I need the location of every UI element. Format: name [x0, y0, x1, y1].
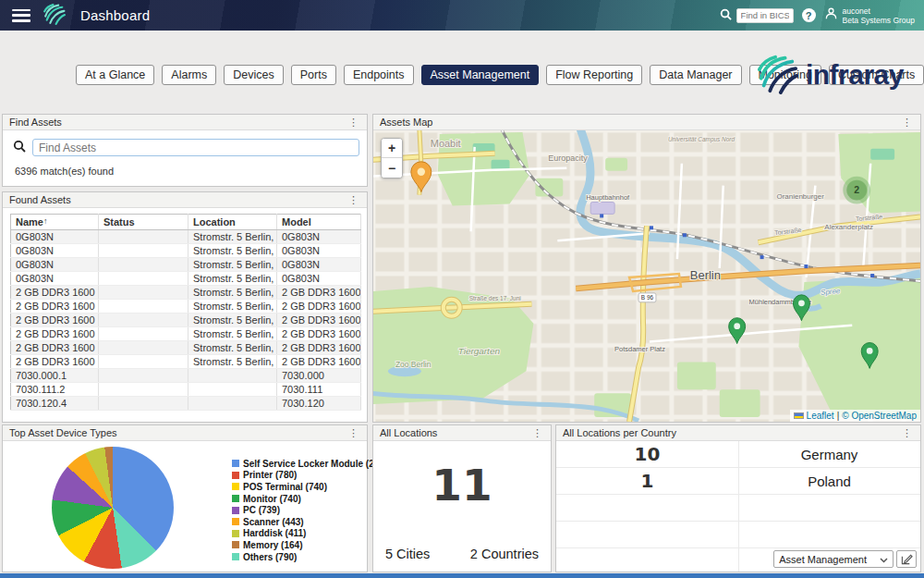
cell-name: 7030.111.2: [11, 383, 99, 397]
tab[interactable]: Alarms: [162, 65, 216, 85]
column-header-status[interactable]: Status: [99, 215, 188, 230]
cell-status: [99, 341, 188, 355]
tab[interactable]: Asset Management: [421, 65, 540, 85]
table-row[interactable]: 2 GB DDR3 1600 MHz... Stromstr. 5 Berlin…: [11, 327, 361, 341]
user-icon: [824, 6, 838, 24]
cell-status: [99, 369, 188, 383]
table-row[interactable]: 0G803N Stromstr. 5 Berlin, 10... 0G803N: [11, 272, 361, 286]
global-search-input[interactable]: [736, 8, 794, 23]
page-title: Dashboard: [80, 7, 150, 23]
column-header-model[interactable]: Model: [277, 215, 361, 230]
find-assets-input[interactable]: [32, 139, 359, 156]
legend-item: PC (739): [232, 504, 393, 516]
column-header-name[interactable]: Name↑: [11, 215, 99, 230]
kebab-menu-icon[interactable]: ⋮: [900, 117, 914, 128]
country-name: Germany: [738, 447, 920, 462]
pie-legend: Self Service Locker Module (2864) Printe…: [232, 458, 393, 562]
map-label-potsdamer-platz: Potsdamer Platz: [614, 345, 665, 353]
column-header-location[interactable]: Location: [188, 215, 277, 230]
table-row[interactable]: 7030.120.4 7030.120: [11, 397, 361, 411]
cell-status: [99, 355, 188, 369]
cell-model: 0G803N: [277, 272, 361, 286]
table-row[interactable]: 2 GB DDR3 1600 MHz... Stromstr. 5 Berlin…: [11, 341, 361, 355]
infraray-brand: infraray: [756, 52, 904, 98]
map-canvas[interactable]: Moabit Europacity Universität Campus Nor…: [373, 130, 920, 422]
account-org: Beta Systems Group: [843, 16, 915, 25]
cluster-marker[interactable]: 2: [843, 177, 870, 204]
top-header: Dashboard ? auconet Beta: [0, 0, 924, 31]
assets-map-panel: Assets Map ⋮: [372, 114, 921, 423]
table-row[interactable]: 2 GB DDR3 1600 MHz... Stromstr. 5 Berlin…: [11, 355, 361, 369]
table-row[interactable]: 7030.000.1 7030.000: [11, 369, 361, 383]
openstreetmap-link[interactable]: © OpenStreetMap: [842, 411, 917, 421]
kebab-menu-icon[interactable]: ⋮: [346, 117, 360, 128]
table-row[interactable]: 0G803N Stromstr. 5 Berlin, 10... 0G803N: [11, 258, 361, 272]
cell-location: Stromstr. 5 Berlin, 10...: [188, 258, 277, 272]
table-header-row: Name↑ Status Location Model: [11, 215, 361, 230]
table-row[interactable]: 2 GB DDR3 1600 MHz... Stromstr. 5 Berlin…: [11, 314, 361, 327]
tab[interactable]: Devices: [224, 65, 283, 85]
account-menu[interactable]: auconet Beta Systems Group: [824, 6, 915, 25]
tab[interactable]: Endpoints: [344, 65, 414, 85]
tab[interactable]: Flow Reporting: [546, 65, 642, 85]
legend-item: POS Terminal (740): [232, 481, 393, 493]
leaflet-link[interactable]: Leaflet: [807, 411, 834, 421]
search-icon[interactable]: [720, 7, 732, 24]
legend-item: Self Service Locker Module (2864): [232, 458, 393, 470]
legend-swatch-icon: [232, 518, 239, 525]
cell-name: 0G803N: [11, 244, 99, 258]
ukraine-flag-icon: [794, 412, 804, 419]
device-types-pie-chart[interactable]: [52, 447, 174, 569]
map-label-campus-nord: Universität Campus Nord: [668, 136, 736, 143]
cell-status: [99, 272, 188, 286]
table-row[interactable]: 0G803N Stromstr. 5 Berlin, 10... 0G803N: [11, 230, 361, 244]
cell-model: 2 GB DDR3 1600 MHz...: [277, 355, 361, 369]
map-label-b96: B 96: [641, 294, 654, 301]
kebab-menu-icon[interactable]: ⋮: [346, 428, 360, 438]
cell-status: [99, 230, 188, 244]
map-label-tiergarten: Tiergarten: [458, 346, 501, 356]
legend-swatch-icon: [232, 472, 239, 479]
panel-title: Find Assets: [9, 117, 62, 128]
cell-name: 0G803N: [11, 230, 99, 244]
dashboard-select[interactable]: Asset Management: [773, 550, 894, 568]
cell-location: Stromstr. 5 Berlin, 10...: [188, 244, 277, 258]
legend-label: Scanner (443): [243, 517, 304, 527]
cell-status: [99, 327, 188, 341]
cell-location: Stromstr. 5 Berlin, 10...: [188, 300, 277, 314]
kebab-menu-icon[interactable]: ⋮: [346, 195, 360, 205]
column-divider: [738, 441, 739, 572]
tab[interactable]: Data Manager: [650, 65, 741, 85]
table-row[interactable]: 2 GB DDR3 1600 MHz... Stromstr. 5 Berlin…: [11, 300, 361, 314]
table-row[interactable]: 0G803N Stromstr. 5 Berlin, 10... 0G803N: [11, 244, 361, 258]
zoom-out-button[interactable]: −: [382, 158, 402, 178]
match-count-text: 6396 match(es) found: [3, 156, 367, 177]
kebab-menu-icon[interactable]: ⋮: [530, 428, 544, 438]
zoom-in-button[interactable]: +: [382, 139, 402, 158]
map-label-moabit: Moabit: [431, 138, 461, 149]
panel-title: Top Asset Device Types: [9, 427, 117, 438]
tab[interactable]: At a Glance: [76, 65, 154, 85]
tab[interactable]: Ports: [291, 65, 336, 85]
map-label-spree: Spree: [821, 287, 842, 297]
map-label-alexanderplatz: Alexanderplatz: [824, 223, 873, 231]
cell-status: [99, 300, 188, 314]
map-label-str17juni: Straße des 17. Juni: [469, 295, 521, 301]
cell-location: [188, 369, 277, 383]
menu-icon[interactable]: [12, 9, 30, 22]
legend-item: Memory (164): [232, 539, 393, 551]
kebab-menu-icon[interactable]: ⋮: [900, 428, 914, 438]
cell-location: Stromstr. 5 Berlin, 10...: [188, 314, 277, 327]
tab-label: Devices: [233, 68, 274, 81]
legend-swatch-icon: [232, 460, 239, 467]
legend-swatch-icon: [232, 495, 239, 502]
table-row[interactable]: 2 GB DDR3 1600 MHz... Stromstr. 5 Berlin…: [11, 286, 361, 300]
countries-count: 2 Countries: [470, 547, 539, 561]
cell-status: [99, 314, 188, 327]
table-row[interactable]: 7030.111.2 7030.111: [11, 383, 361, 397]
tab-label: Ports: [300, 68, 327, 81]
map-label-hauptbahnhof: Hauptbahnhof: [586, 193, 630, 202]
find-assets-panel: Find Assets ⋮ 6396 match(es) found: [2, 114, 368, 187]
help-icon[interactable]: ?: [802, 8, 816, 22]
edit-dashboard-button[interactable]: [896, 550, 917, 568]
